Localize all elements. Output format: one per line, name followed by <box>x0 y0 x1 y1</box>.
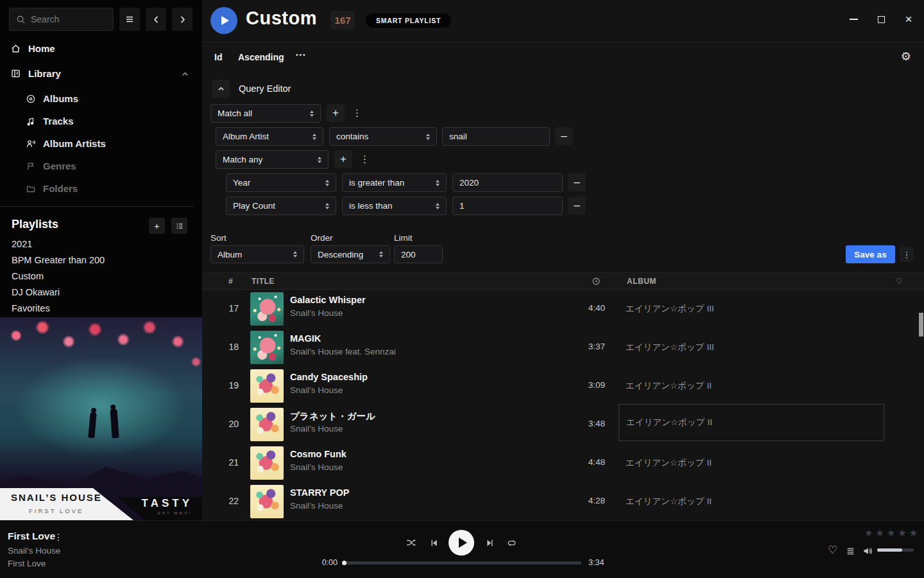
maximize-button[interactable] <box>876 14 886 24</box>
scrollbar-thumb[interactable] <box>919 313 923 337</box>
volume-button[interactable] <box>862 546 873 556</box>
add-rule-button[interactable]: + <box>327 104 345 122</box>
remove-rule-button[interactable]: – <box>568 197 586 215</box>
track-row[interactable]: 22 STARRY POP Snail’s House 4:28 エイリアン☆ポ… <box>202 482 924 521</box>
playlist-item[interactable]: DJ Okawari <box>12 287 60 297</box>
rule-group-menu-button[interactable]: ⋮ <box>360 155 370 164</box>
playlist-item[interactable]: BPM Greater than 200 <box>12 255 105 265</box>
rule-operator-select[interactable]: is greater than <box>342 173 447 192</box>
rule-value-input[interactable] <box>452 173 563 192</box>
sidebar-item-album-artists[interactable]: Album Artists <box>26 138 106 149</box>
remove-rule-button[interactable]: – <box>568 173 586 191</box>
cover-label-sub: EST MMXI <box>158 511 192 515</box>
back-button[interactable] <box>146 8 166 31</box>
star-icon[interactable]: ★ <box>875 527 884 539</box>
track-row[interactable]: 19 Candy Spaceship Snail’s House 3:09 エイ… <box>202 367 924 405</box>
music-note-icon <box>26 116 36 127</box>
playlist-item[interactable]: Favorites <box>12 303 50 313</box>
track-number: 17 <box>215 303 239 313</box>
rule-field-select[interactable]: Album Artist <box>216 127 323 146</box>
next-button[interactable] <box>485 538 495 548</box>
previous-button[interactable] <box>429 538 439 548</box>
add-rule-button[interactable]: + <box>334 150 352 168</box>
track-row[interactable]: 17 Galactic Whisper Snail’s House 4:40 エ… <box>202 290 924 328</box>
query-editor-collapse-button[interactable] <box>212 80 230 98</box>
sidebar-item-genres[interactable]: Genres <box>26 161 76 171</box>
volume-fill <box>877 548 902 552</box>
column-header-duration[interactable] <box>592 277 601 286</box>
limit-input[interactable] <box>394 245 443 263</box>
track-row[interactable]: 21 Cosmo Funk Snail’s House 4:48 エイリアン☆ポ… <box>202 444 924 482</box>
sidebar-item-library[interactable]: Library <box>10 68 193 79</box>
star-icon[interactable]: ★ <box>864 527 873 539</box>
sort-field-button[interactable]: Id <box>214 52 222 62</box>
rule-value-input[interactable] <box>442 127 550 146</box>
add-playlist-button[interactable]: + <box>149 218 165 234</box>
now-playing-menu-button[interactable]: ⋮ <box>54 532 63 542</box>
track-album[interactable]: エイリアン☆ポップ II <box>626 496 712 507</box>
album-art-thumbnail <box>250 446 284 480</box>
play-pause-button[interactable] <box>449 530 474 556</box>
playlist-item[interactable]: 2021 <box>12 239 32 249</box>
sidebar-item-albums[interactable]: Albums <box>26 93 78 104</box>
album-art-thumbnail <box>250 292 284 326</box>
track-album[interactable]: エイリアン☆ポップ II <box>626 380 712 392</box>
track-row[interactable]: 20 プラネット・ガール Snail’s House 3:48 エイリアン☆ポッ… <box>202 405 924 444</box>
column-header-album[interactable]: ALBUM <box>627 277 656 286</box>
menu-button[interactable] <box>119 8 140 31</box>
now-playing-cover[interactable]: SNAIL’S HOUSE FIRST LOVE TASTY EST MMXI <box>0 317 202 520</box>
repeat-button[interactable] <box>506 538 517 548</box>
rule-value-input[interactable] <box>452 197 563 215</box>
search-box[interactable] <box>9 8 114 31</box>
track-row[interactable]: 18 MAGIK Snail’s House feat. Sennzai 3:3… <box>202 328 924 367</box>
sidebar-item-tracks[interactable]: Tracks <box>26 116 74 127</box>
rule-operator-select[interactable]: is less than <box>342 197 447 215</box>
playlist-item[interactable]: Custom <box>12 271 44 281</box>
track-album-focused[interactable]: エイリアン☆ポップ II <box>619 404 884 441</box>
save-menu-button[interactable]: ⋮ <box>900 247 914 262</box>
save-as-button[interactable]: Save as <box>846 245 895 263</box>
seek-knob[interactable] <box>342 561 346 565</box>
select-value: Match all <box>218 109 252 118</box>
sort-direction-button[interactable]: Ascending <box>238 52 284 62</box>
sidebar-item-home[interactable]: Home <box>10 43 55 54</box>
star-icon[interactable]: ★ <box>898 527 906 539</box>
forward-button[interactable] <box>172 8 193 31</box>
seek-bar[interactable] <box>343 561 581 565</box>
volume-slider[interactable] <box>877 548 914 552</box>
more-options-button[interactable]: ••• <box>296 51 307 58</box>
sidebar-item-folders[interactable]: Folders <box>26 183 78 194</box>
match-any-select[interactable]: Match any <box>216 150 329 169</box>
play-playlist-button[interactable] <box>210 7 237 34</box>
minimize-button[interactable] <box>848 14 859 24</box>
select-value: Descending <box>318 250 363 259</box>
track-number: 19 <box>215 380 239 390</box>
track-album[interactable]: エイリアン☆ポップ II <box>626 457 712 469</box>
star-icon[interactable]: ★ <box>909 527 918 539</box>
column-header-favorite[interactable]: ♡ <box>896 276 903 286</box>
search-input[interactable] <box>31 14 101 24</box>
rule-operator-select[interactable]: contains <box>329 127 437 146</box>
order-select[interactable]: Descending <box>311 245 390 263</box>
remove-rule-button[interactable]: – <box>555 127 573 145</box>
sort-select[interactable]: Album <box>210 245 304 263</box>
rule-group-menu-button[interactable]: ⋮ <box>352 109 362 118</box>
shuffle-button[interactable] <box>406 538 417 548</box>
favorite-button[interactable]: ♡ <box>828 545 837 556</box>
select-value: Match any <box>223 155 262 164</box>
rating-stars[interactable]: ★ ★ ★ ★ ★ <box>864 527 918 539</box>
playlist-list-button[interactable] <box>171 218 187 234</box>
gear-icon[interactable]: ⚙ <box>901 49 911 64</box>
star-icon[interactable]: ★ <box>887 527 895 539</box>
track-album[interactable]: エイリアン☆ポップ III <box>626 342 714 353</box>
close-button[interactable]: × <box>903 14 914 24</box>
rule-field-select[interactable]: Play Count <box>226 197 336 215</box>
column-header-number[interactable]: # <box>228 277 233 286</box>
match-all-select[interactable]: Match all <box>210 104 321 123</box>
rule-field-select[interactable]: Year <box>226 173 336 192</box>
track-album[interactable]: エイリアン☆ポップ III <box>626 303 714 315</box>
column-header-title[interactable]: TITLE <box>252 277 275 286</box>
chevron-up-icon <box>217 85 225 93</box>
queue-button[interactable] <box>846 547 855 556</box>
minus-icon: – <box>561 130 567 143</box>
